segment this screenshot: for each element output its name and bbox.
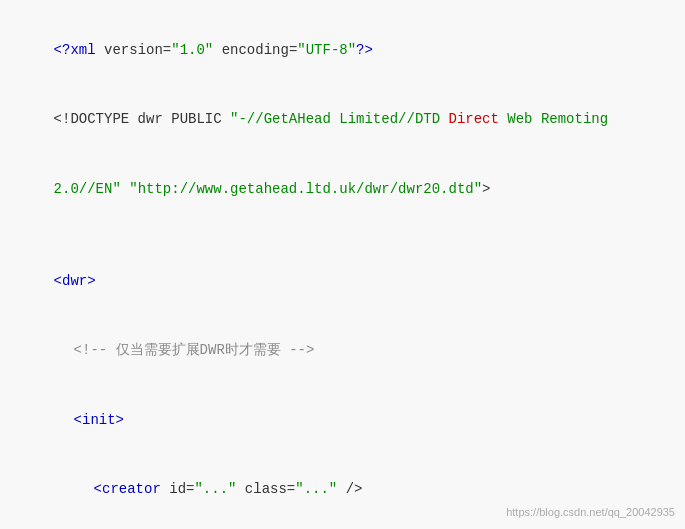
doctype-line: <!DOCTYPE dwr PUBLIC "-//GetAHead Limite… <box>20 85 665 154</box>
comment-1: <!-- 仅当需要扩展DWR时才需要 --> <box>40 316 665 385</box>
converter-line: <converter id="..." class="..." /> <box>60 524 665 529</box>
xml-tag: <?xml <box>54 42 96 58</box>
dwr-open: <dwr> <box>20 247 665 316</box>
xml-declaration: <?xml version="1.0" encoding="UTF-8"?> <box>20 16 665 85</box>
init-open: <init> <box>40 386 665 455</box>
code-viewer: <?xml version="1.0" encoding="UTF-8"?> <… <box>0 0 685 529</box>
doctype-line2: 2.0//EN" "http://www.getahead.ltd.uk/dwr… <box>20 155 665 224</box>
watermark: https://blog.csdn.net/qq_20042935 <box>506 503 675 521</box>
